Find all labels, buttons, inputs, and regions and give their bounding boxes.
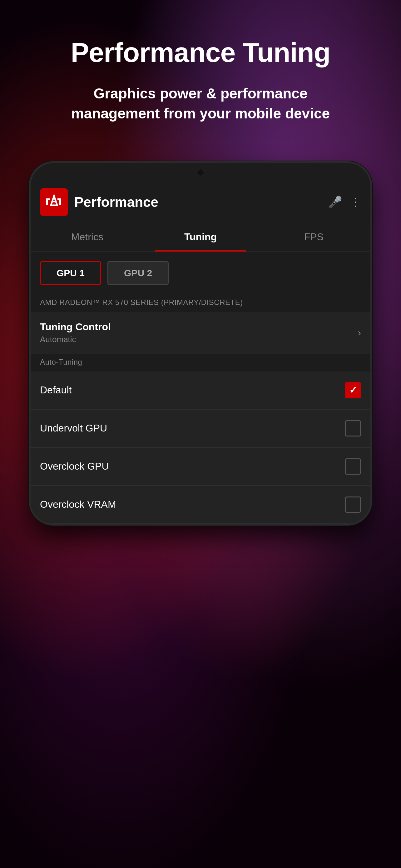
- hero-subtitle: Graphics power & performance management …: [60, 84, 341, 124]
- tab-bar: Metrics Tuning FPS: [31, 222, 370, 252]
- svg-rect-5: [58, 198, 59, 200]
- tuning-control-subtitle: Automatic: [40, 335, 111, 344]
- auto-tuning-label: Auto-Tuning: [31, 354, 370, 372]
- hero-section: Performance Tuning Graphics power & perf…: [0, 0, 401, 143]
- camera-notch: [197, 169, 204, 176]
- undervolt-label: Undervolt GPU: [40, 423, 107, 434]
- overclock-vram-checkbox: [345, 496, 361, 513]
- phone-container: Performance 🎤 ⋮ Metrics Tuning FPS: [29, 161, 372, 526]
- phone-frame: Performance 🎤 ⋮ Metrics Tuning FPS: [29, 161, 372, 526]
- tab-tuning[interactable]: Tuning: [144, 222, 257, 251]
- app-topbar: Performance 🎤 ⋮: [31, 182, 370, 222]
- overclock-gpu-label: Overclock GPU: [40, 461, 109, 472]
- svg-rect-2: [46, 198, 48, 205]
- amd-logo-icon: [45, 193, 63, 212]
- undervolt-option[interactable]: Undervolt GPU: [31, 410, 370, 447]
- hero-title: Performance Tuning: [25, 37, 376, 68]
- tab-fps[interactable]: FPS: [257, 222, 370, 251]
- page-content: Performance Tuning Graphics power & perf…: [0, 0, 401, 526]
- more-options-icon[interactable]: ⋮: [350, 195, 361, 209]
- overclock-vram-option[interactable]: Overclock VRAM: [31, 486, 370, 524]
- svg-rect-4: [59, 198, 61, 205]
- amd-logo: [40, 188, 68, 216]
- gpu1-button[interactable]: GPU 1: [40, 261, 101, 285]
- gpu-info-label: AMD RADEON™ RX 570 SERIES (PRIMARY/DISCR…: [31, 294, 370, 312]
- tuning-control-left: Tuning Control Automatic: [40, 321, 111, 344]
- microphone-icon[interactable]: 🎤: [328, 195, 342, 209]
- overclock-vram-label: Overclock VRAM: [40, 499, 116, 510]
- overclock-gpu-checkbox: [345, 458, 361, 475]
- chevron-right-icon: ›: [358, 327, 361, 338]
- tuning-control-item[interactable]: Tuning Control Automatic ›: [31, 312, 370, 354]
- tuning-control-title: Tuning Control: [40, 321, 111, 333]
- default-label: Default: [40, 384, 71, 396]
- default-option[interactable]: Default ✓: [31, 372, 370, 409]
- app-screen: Performance 🎤 ⋮ Metrics Tuning FPS: [31, 163, 370, 524]
- svg-marker-0: [51, 196, 57, 205]
- svg-rect-3: [48, 198, 50, 200]
- gpu-selector: GPU 1 GPU 2: [31, 252, 370, 294]
- gpu2-button[interactable]: GPU 2: [107, 261, 169, 285]
- default-checkbox: ✓: [345, 382, 361, 398]
- app-title: Performance: [74, 194, 322, 210]
- undervolt-checkbox: [345, 420, 361, 436]
- check-icon: ✓: [349, 384, 357, 396]
- overclock-gpu-option[interactable]: Overclock GPU: [31, 448, 370, 486]
- auto-tuning-section: Auto-Tuning Default ✓ Undervolt GPU: [31, 354, 370, 524]
- tab-metrics[interactable]: Metrics: [31, 222, 144, 251]
- topbar-icons: 🎤 ⋮: [328, 195, 361, 209]
